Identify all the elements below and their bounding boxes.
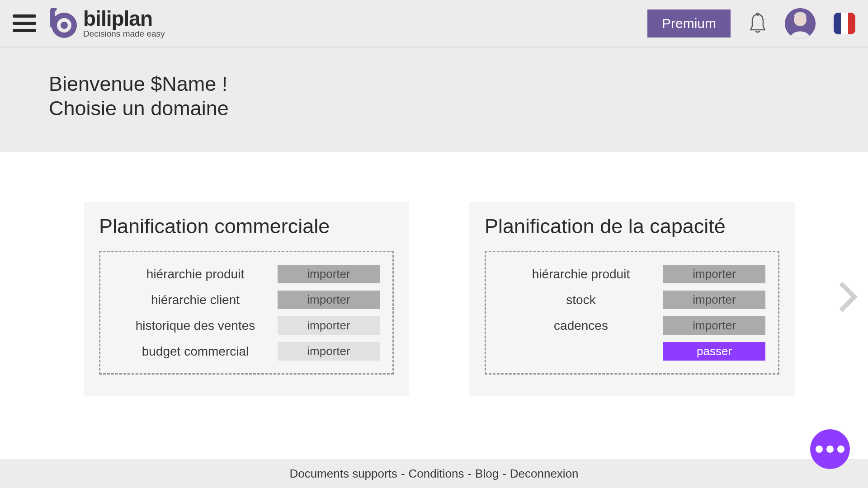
row-label: budget commercial xyxy=(113,344,278,359)
import-button[interactable]: importer xyxy=(278,265,380,283)
row-label: historique des ventes xyxy=(113,319,278,333)
card-title: Planification de la capacité xyxy=(485,215,779,238)
logo-tagline: Decisions made easy xyxy=(83,29,165,39)
dot-icon xyxy=(837,446,844,453)
import-row: hiérarchie client importer xyxy=(113,291,380,309)
import-row: budget commercial importer xyxy=(113,342,380,361)
welcome-line1: Bienvenue $Name ! xyxy=(49,72,868,96)
biliplan-logo-icon xyxy=(48,8,79,39)
import-button[interactable]: importer xyxy=(663,316,765,335)
card-capacity-planning[interactable]: Planification de la capacité hiérarchie … xyxy=(469,202,795,396)
main-content: Planification commerciale hiérarchie pro… xyxy=(0,152,868,396)
import-button[interactable]: importer xyxy=(278,342,380,361)
logo-name: biliplan xyxy=(83,8,165,29)
import-row: historique des ventes importer xyxy=(113,316,380,335)
import-row: cadences importer xyxy=(499,316,765,335)
menu-toggle-icon[interactable] xyxy=(13,14,36,32)
language-flag-icon[interactable] xyxy=(834,13,855,34)
card-commercial-planning[interactable]: Planification commerciale hiérarchie pro… xyxy=(84,202,409,396)
import-button[interactable]: importer xyxy=(663,265,765,283)
row-label: hiérarchie produit xyxy=(499,267,663,282)
import-row: hiérarchie produit importer xyxy=(113,265,380,283)
row-label: stock xyxy=(499,293,663,307)
more-fab-button[interactable] xyxy=(810,429,850,469)
logo[interactable]: biliplan Decisions made easy xyxy=(48,8,165,39)
footer-conditions-link[interactable]: Conditions xyxy=(409,467,464,481)
import-row: stock importer xyxy=(499,291,765,309)
welcome-line2: Choisie un domaine xyxy=(49,96,868,121)
import-button[interactable]: importer xyxy=(663,291,765,309)
premium-button[interactable]: Premium xyxy=(647,9,731,38)
import-button[interactable]: importer xyxy=(278,291,380,309)
footer: Documents supports - Conditions - Blog -… xyxy=(0,459,868,488)
import-box: hiérarchie produit importer hiérarchie c… xyxy=(99,251,394,375)
next-arrow-icon[interactable] xyxy=(836,281,859,313)
skip-row: passer xyxy=(499,342,765,361)
dot-icon xyxy=(816,446,823,453)
footer-blog-link[interactable]: Blog xyxy=(475,467,499,481)
row-label: hiérarchie client xyxy=(113,293,278,307)
import-button[interactable]: importer xyxy=(278,316,380,335)
row-label: cadences xyxy=(499,319,663,333)
import-box: hiérarchie produit importer stock import… xyxy=(485,251,779,375)
welcome-section: Bienvenue $Name ! Choisie un domaine xyxy=(0,47,868,152)
notifications-bell-icon[interactable] xyxy=(749,13,767,34)
footer-logout-link[interactable]: Deconnexion xyxy=(510,467,579,481)
svg-point-2 xyxy=(61,22,68,29)
footer-documents-link[interactable]: Documents supports xyxy=(289,467,397,481)
card-title: Planification commerciale xyxy=(99,215,394,238)
import-row: hiérarchie produit importer xyxy=(499,265,765,283)
dot-icon xyxy=(826,446,834,453)
user-avatar[interactable] xyxy=(785,8,816,39)
row-label: hiérarchie produit xyxy=(113,267,278,282)
skip-button[interactable]: passer xyxy=(663,342,765,361)
app-header: biliplan Decisions made easy Premium xyxy=(0,0,868,47)
